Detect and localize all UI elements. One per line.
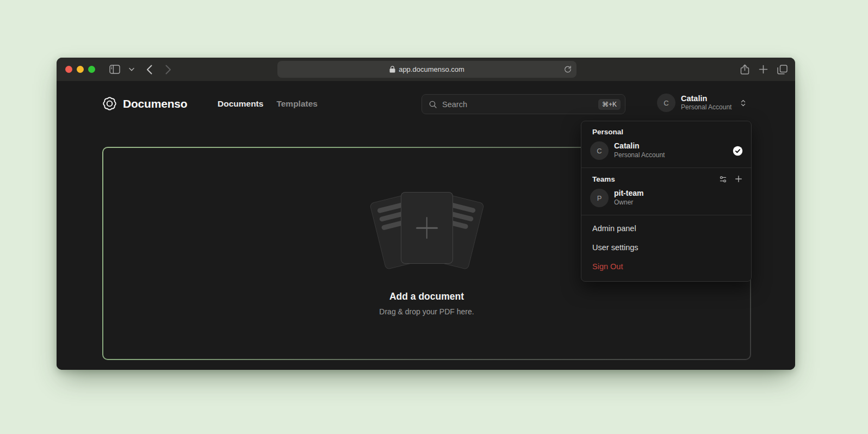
teams-section-label: Teams — [590, 175, 615, 183]
account-name: Catalin — [681, 94, 731, 103]
account-item-name: Catalin — [614, 141, 665, 151]
plus-icon — [416, 217, 438, 239]
nav-documents[interactable]: Documents — [218, 99, 263, 109]
close-window-button[interactable] — [65, 66, 72, 73]
nav-templates[interactable]: Templates — [276, 99, 318, 109]
browser-titlebar: app.documenso.com — [57, 58, 795, 81]
team-item-name: pit-team — [614, 189, 643, 199]
dropzone-subtitle: Drag & drop your PDF here. — [379, 307, 474, 316]
menu-items: Admin panel User settings Sign Out — [581, 215, 751, 281]
teams-section: Teams — [581, 168, 751, 215]
account-menu-trigger[interactable]: C Catalin Personal Account — [657, 94, 747, 112]
personal-section: Personal C Catalin Personal Account — [581, 121, 751, 168]
brand[interactable]: Documenso — [102, 96, 187, 111]
avatar: C — [590, 141, 609, 160]
documents-illustration — [373, 191, 481, 272]
search-input[interactable] — [442, 100, 598, 109]
create-team-icon[interactable] — [734, 175, 743, 183]
menu-item-sign-out[interactable]: Sign Out — [581, 257, 751, 276]
documenso-logo-icon — [102, 96, 117, 111]
browser-window: app.documenso.com — [57, 58, 795, 370]
menu-item-admin-panel[interactable]: Admin panel — [581, 219, 751, 238]
app-content: Documenso Documents Templates ⌘+K C — [57, 81, 795, 370]
new-tab-icon[interactable] — [759, 65, 768, 74]
menu-item-user-settings[interactable]: User settings — [581, 238, 751, 257]
check-circle-icon — [733, 146, 743, 156]
personal-section-label: Personal — [590, 128, 743, 136]
team-item[interactable]: P pit-team Owner — [590, 189, 743, 207]
desktop-background: app.documenso.com — [0, 0, 868, 434]
manage-teams-icon[interactable] — [719, 175, 727, 183]
fullscreen-window-button[interactable] — [88, 66, 95, 73]
document-card-front — [401, 192, 453, 264]
back-button[interactable] — [146, 65, 152, 75]
account-menu: Personal C Catalin Personal Account — [581, 121, 752, 282]
tab-overview-icon[interactable] — [777, 65, 788, 75]
account-item-subtitle: Personal Account — [614, 151, 665, 160]
share-icon[interactable] — [740, 64, 749, 75]
avatar: P — [590, 189, 609, 207]
dropzone-title: Add a document — [389, 291, 464, 302]
avatar: C — [657, 94, 675, 112]
main-nav: Documents Templates — [218, 99, 318, 109]
sidebar-toggle-icon[interactable] — [109, 65, 120, 74]
account-subtitle: Personal Account — [681, 103, 731, 112]
personal-account-item[interactable]: C Catalin Personal Account — [590, 141, 743, 160]
traffic-lights — [65, 66, 95, 73]
minimize-window-button[interactable] — [77, 66, 84, 73]
address-bar[interactable]: app.documenso.com — [277, 61, 576, 78]
lock-icon — [389, 66, 395, 73]
forward-button[interactable] — [165, 65, 171, 75]
chevrons-up-down-icon — [739, 99, 747, 107]
brand-name: Documenso — [123, 97, 187, 110]
team-item-role: Owner — [614, 199, 643, 207]
chevron-down-icon[interactable] — [129, 67, 134, 71]
search-icon — [429, 100, 437, 109]
reload-icon[interactable] — [564, 65, 572, 73]
search-bar[interactable]: ⌘+K — [421, 94, 625, 114]
search-shortcut-badge: ⌘+K — [598, 99, 621, 110]
url-text: app.documenso.com — [399, 65, 464, 73]
